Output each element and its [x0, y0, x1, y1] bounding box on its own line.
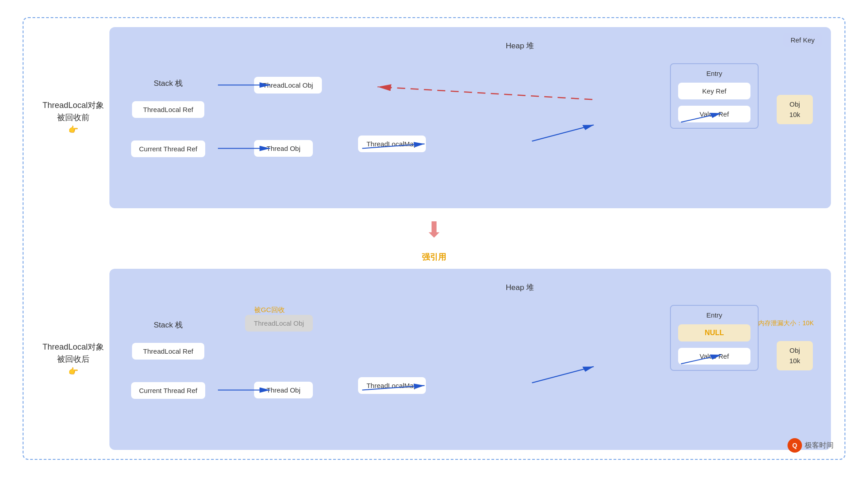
- top-diagram-wrapper: ThreadLocal对象 被回收前 👉 Stack 栈 ThreadLocal…: [37, 27, 831, 208]
- down-arrow-icon: ⬇: [425, 219, 443, 241]
- ref-key-box: Ref Key: [783, 33, 822, 47]
- top-threadlocal-ref-node: ThreadLocal Ref: [132, 101, 204, 118]
- bottom-diagram-box: Stack 栈 ThreadLocal Ref Current Thread R…: [109, 269, 831, 450]
- bottom-threadlocal-ref-node: ThreadLocal Ref: [132, 343, 204, 360]
- memleak-label: 内存泄漏大小：10K: [758, 319, 814, 327]
- svg-line-7: [377, 87, 592, 99]
- bottom-left-label: ThreadLocal对象 被回收后 👉: [37, 341, 109, 378]
- bottom-threadlocal-obj: ThreadLocal Obj: [245, 315, 313, 332]
- top-value-ref-node: Value Ref: [678, 106, 750, 122]
- top-stack-title: Stack 栈: [154, 78, 183, 89]
- bottom-thread-obj: Thread Obj: [254, 382, 313, 398]
- bottom-threadlocalmap: ThreadLocalMap: [358, 377, 426, 394]
- bottom-entry-group: Entry NULL Value Ref: [670, 305, 759, 371]
- outer-container: ThreadLocal对象 被回收前 👉 Stack 栈 ThreadLocal…: [23, 17, 845, 460]
- bottom-null-node: NULL: [678, 324, 750, 341]
- transition-row: ⬇: [425, 213, 443, 247]
- bottom-current-thread-ref-node: Current Thread Ref: [131, 382, 206, 399]
- top-left-label: ThreadLocal对象 被回收前 👉: [37, 99, 109, 136]
- top-key-ref-node: Key Ref: [678, 83, 750, 99]
- top-heap-title: Heap 堆: [506, 41, 534, 51]
- top-stack-section: Stack 栈 ThreadLocal Ref Current Thread R…: [118, 78, 218, 157]
- watermark: Q 极客时间: [788, 438, 834, 453]
- top-entry-group: Entry Key Ref Value Ref: [670, 63, 759, 129]
- bottom-diagram-wrapper: ThreadLocal对象 被回收后 👉 Stack 栈 ThreadLocal…: [37, 269, 831, 450]
- svg-line-5: [532, 125, 594, 141]
- top-entry-title: Entry: [678, 70, 750, 77]
- gc-label: 被GC回收: [254, 306, 285, 314]
- watermark-icon: Q: [788, 438, 802, 453]
- top-heap-area: Heap 堆 ThreadLocal Obj Thread Obj Thread…: [218, 36, 822, 199]
- bottom-heap-area: Heap 堆 被GC回收 ThreadLocal Obj Thread Obj …: [218, 278, 822, 441]
- bottom-entry-title: Entry: [678, 311, 750, 319]
- bottom-value-ref-node: Value Ref: [678, 348, 750, 365]
- svg-line-11: [532, 367, 594, 383]
- bottom-stack-title: Stack 栈: [154, 320, 183, 330]
- top-threadlocalmap: ThreadLocalMap: [358, 136, 426, 152]
- top-thread-obj: Thread Obj: [254, 140, 313, 157]
- top-current-thread-ref-node: Current Thread Ref: [131, 140, 206, 157]
- finger-icon-2: 👉: [68, 367, 78, 376]
- watermark-text: 极客时间: [805, 441, 834, 450]
- top-threadlocal-obj: ThreadLocal Obj: [254, 77, 322, 94]
- top-diagram-box: Stack 栈 ThreadLocal Ref Current Thread R…: [109, 27, 831, 208]
- bottom-obj-node: Obj10k: [777, 341, 813, 370]
- bottom-heap-title: Heap 堆: [506, 282, 534, 293]
- bottom-stack-section: Stack 栈 ThreadLocal Ref Current Thread R…: [118, 320, 218, 399]
- strong-ref-label: 强引用: [422, 253, 446, 262]
- finger-icon: 👉: [68, 125, 78, 134]
- top-obj-node: Obj10k: [777, 95, 813, 124]
